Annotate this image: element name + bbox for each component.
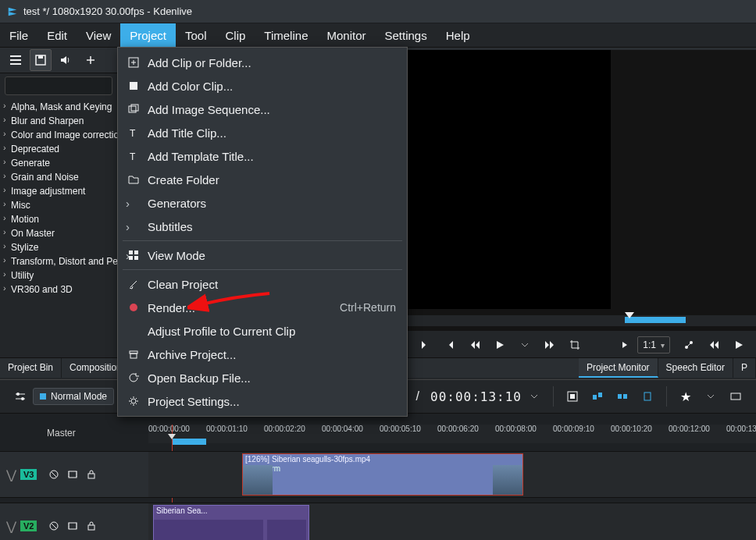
- menu-monitor[interactable]: Monitor: [317, 23, 375, 47]
- menu-add-title-clip[interactable]: TAdd Title Clip...: [118, 121, 407, 144]
- lock-icon[interactable]: [84, 467, 98, 481]
- tab-project-bin[interactable]: Project Bin: [0, 358, 62, 378]
- favorite-icon[interactable]: ★: [677, 388, 694, 405]
- master-track-label[interactable]: Master: [47, 428, 76, 439]
- effects-category[interactable]: Transform, Distort and Perspective: [0, 254, 117, 268]
- tab-project-monitor[interactable]: Project Monitor: [579, 358, 658, 378]
- effects-category[interactable]: Blur and Sharpen: [0, 114, 117, 128]
- menu-add-color-clip[interactable]: Add Color Clip...: [118, 74, 407, 98]
- menu-subtitles[interactable]: Subtitles›: [118, 215, 407, 238]
- monitor-canvas[interactable]: [408, 50, 611, 309]
- effects-category[interactable]: Color and Image correction: [0, 128, 117, 142]
- settings-icon[interactable]: [12, 388, 29, 405]
- effects-category[interactable]: VR360 and 3D: [0, 282, 117, 297]
- next-icon[interactable]: [615, 336, 634, 354]
- track-lane[interactable]: Siberian Sea...: [148, 503, 756, 540]
- tool-icon[interactable]: [639, 388, 656, 405]
- tool-icon[interactable]: [727, 388, 744, 405]
- menu-tool[interactable]: Tool: [176, 23, 216, 47]
- timeline-playhead-icon[interactable]: [168, 434, 176, 439]
- set-in-icon[interactable]: [415, 336, 434, 354]
- save-icon[interactable]: [30, 49, 52, 71]
- menu-adjust-profile[interactable]: Adjust Profile to Current Clip: [118, 319, 407, 343]
- menu-archive-project[interactable]: Archive Project...: [118, 343, 407, 366]
- menu-open-backup[interactable]: Open Backup File...: [118, 366, 407, 389]
- effects-search-input[interactable]: [5, 76, 112, 95]
- mute-icon[interactable]: [47, 467, 61, 481]
- menu-edit[interactable]: Edit: [37, 23, 77, 47]
- effects-category[interactable]: Generate: [0, 156, 117, 170]
- timeline-clip[interactable]: [126%] Siberian seagulls-30fps.mp4 Trans…: [242, 453, 523, 496]
- menu-view-mode[interactable]: View Mode›: [118, 243, 407, 267]
- effects-category[interactable]: Misc: [0, 198, 117, 212]
- crop-icon[interactable]: [565, 336, 584, 354]
- menu-add-template-title[interactable]: TAdd Template Title...: [118, 144, 407, 168]
- menu-timeline[interactable]: Timeline: [255, 23, 317, 47]
- arrows-icon[interactable]: [80, 49, 102, 71]
- hamburger-icon[interactable]: [5, 49, 27, 71]
- rewind-icon[interactable]: [704, 336, 723, 354]
- monitor-playhead-icon[interactable]: [625, 312, 634, 318]
- menu-clean-project[interactable]: Clean Project: [118, 272, 407, 296]
- menu-create-folder[interactable]: Create Folder: [118, 168, 407, 191]
- monitor-zoom-bar[interactable]: [611, 315, 756, 326]
- lock-icon[interactable]: [84, 519, 98, 533]
- chevron-down-icon[interactable]: [515, 336, 534, 354]
- edit-mode-select[interactable]: Normal Mode: [33, 388, 114, 405]
- menu-add-image-sequence[interactable]: Add Image Sequence...: [118, 98, 407, 121]
- timeline-clip[interactable]: Siberian Sea...: [153, 505, 309, 540]
- effects-category[interactable]: On Master: [0, 226, 117, 240]
- effects-category[interactable]: Stylize: [0, 240, 117, 254]
- tab-speech-editor[interactable]: Speech Editor: [658, 358, 733, 378]
- effects-category[interactable]: Utility: [0, 268, 117, 282]
- tab-truncated[interactable]: P: [733, 358, 756, 378]
- zoom-ratio-select[interactable]: 1:1▾: [637, 336, 670, 353]
- forward-icon[interactable]: [540, 336, 559, 354]
- svg-rect-26: [623, 394, 627, 399]
- expand-icon[interactable]: ⋁: [6, 467, 20, 482]
- effects-category[interactable]: Image adjustment: [0, 184, 117, 198]
- film-icon[interactable]: [66, 519, 80, 533]
- tool-icon[interactable]: [589, 388, 606, 405]
- play-icon[interactable]: [490, 336, 509, 354]
- timeline-ruler[interactable]: 00:00:00:00 00:00:01:10 00:00:02:20 00:0…: [148, 425, 756, 443]
- menu-settings[interactable]: Settings: [376, 23, 437, 47]
- tool-icon[interactable]: [564, 388, 581, 405]
- menu-file[interactable]: File: [0, 23, 37, 47]
- effects-tree[interactable]: Alpha, Mask and Keying Blur and Sharpen …: [0, 98, 117, 298]
- film-icon[interactable]: [66, 467, 80, 481]
- menu-clip[interactable]: Clip: [216, 23, 255, 47]
- rewind-icon[interactable]: [465, 336, 484, 354]
- effects-category[interactable]: Grain and Noise: [0, 170, 117, 184]
- volume-icon[interactable]: [55, 49, 77, 71]
- svg-rect-23: [593, 395, 597, 400]
- effects-category[interactable]: Motion: [0, 212, 117, 226]
- menu-help[interactable]: Help: [437, 23, 480, 47]
- timeline-zone-marker[interactable]: [172, 439, 206, 445]
- expand-icon[interactable]: ⋁: [6, 519, 20, 534]
- effects-category[interactable]: Deprecated: [0, 142, 117, 156]
- mute-icon[interactable]: [47, 519, 61, 533]
- chevron-down-icon[interactable]: [702, 388, 719, 405]
- set-out-icon[interactable]: [440, 336, 459, 354]
- shortcut-label: Ctrl+Return: [340, 301, 396, 314]
- menu-generators[interactable]: Generators›: [118, 191, 407, 215]
- track-header[interactable]: ⋁ V3: [0, 451, 148, 498]
- track-header[interactable]: ⋁ V2: [0, 503, 148, 540]
- effects-category[interactable]: Alpha, Mask and Keying: [0, 100, 117, 114]
- svg-rect-25: [618, 394, 622, 399]
- marker-icon[interactable]: [679, 336, 698, 354]
- tool-icon[interactable]: [614, 388, 631, 405]
- menu-add-clip[interactable]: Add Clip or Folder...: [118, 51, 407, 74]
- track-badge[interactable]: V3: [20, 469, 37, 480]
- menu-project[interactable]: Project: [120, 23, 176, 47]
- chevron-down-icon[interactable]: [526, 388, 543, 405]
- timecode-display[interactable]: 00:00:13:10: [430, 389, 522, 404]
- menu-render[interactable]: Render...Ctrl+Return: [118, 296, 407, 319]
- track-lane[interactable]: [126%] Siberian seagulls-30fps.mp4 Trans…: [148, 451, 756, 498]
- menu-project-settings[interactable]: Project Settings...: [118, 389, 407, 413]
- ruler-tick: 00:00:12:00: [669, 425, 710, 433]
- track-badge[interactable]: V2: [20, 520, 37, 531]
- play-icon[interactable]: [729, 336, 748, 354]
- menu-view[interactable]: View: [77, 23, 120, 47]
